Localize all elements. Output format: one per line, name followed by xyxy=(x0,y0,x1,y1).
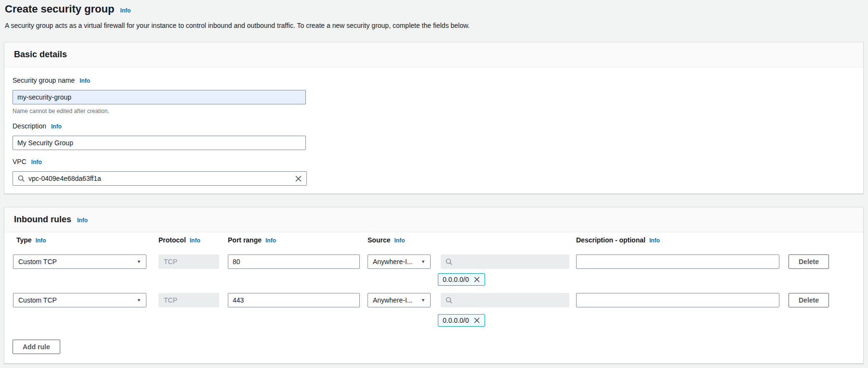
inbound-rules-title: Inbound rules xyxy=(14,215,71,225)
create-security-group-page: Create security group Info A security gr… xyxy=(0,0,868,368)
source-search-box[interactable] xyxy=(441,254,569,269)
vpc-input[interactable] xyxy=(28,175,291,182)
page-title-info-link[interactable]: Info xyxy=(120,7,131,14)
chevron-down-icon: ▼ xyxy=(421,259,425,264)
source-search-input[interactable] xyxy=(456,296,565,305)
type-select[interactable]: Custom TCP ▼ xyxy=(13,254,146,269)
source-search-input[interactable] xyxy=(456,257,565,266)
delete-rule-button[interactable]: Delete xyxy=(789,293,829,307)
description-label: Description Info xyxy=(13,122,62,130)
port-range-input[interactable] xyxy=(228,254,360,269)
rule-description-input[interactable] xyxy=(576,254,779,269)
basic-details-title: Basic details xyxy=(14,50,67,60)
type-select-value: Custom TCP xyxy=(18,296,57,304)
source-info-link[interactable]: Info xyxy=(394,237,405,244)
column-header-source: Source Info xyxy=(368,236,405,244)
type-select-value: Custom TCP xyxy=(18,258,57,266)
chip-remove-icon[interactable] xyxy=(473,276,480,283)
source-type-select[interactable]: Anywhere-I... ▼ xyxy=(368,254,431,269)
description-optional-info-link[interactable]: Info xyxy=(649,237,660,244)
vpc-info-link[interactable]: Info xyxy=(31,159,42,165)
source-cidr-chip: 0.0.0.0/0 xyxy=(438,273,485,286)
column-header-description: Description - optional Info xyxy=(576,236,660,244)
description-info-link[interactable]: Info xyxy=(51,123,62,130)
search-icon xyxy=(17,175,25,182)
chevron-down-icon: ▼ xyxy=(137,259,141,264)
vpc-select-field[interactable] xyxy=(13,171,307,186)
inbound-rules-info-link[interactable]: Info xyxy=(77,217,88,224)
column-header-type: Type Info xyxy=(16,236,46,244)
description-input[interactable] xyxy=(13,136,306,150)
page-description: A security group acts as a virtual firew… xyxy=(5,22,470,29)
column-header-port-range: Port range Info xyxy=(228,236,276,244)
inbound-rules-card: Inbound rules Info Type Info Protocol In… xyxy=(4,207,864,364)
source-cidr-value: 0.0.0.0/0 xyxy=(443,276,469,283)
chip-remove-icon[interactable] xyxy=(473,317,480,324)
source-type-select[interactable]: Anywhere-I... ▼ xyxy=(368,293,431,307)
security-group-name-helper: Name cannot be edited after creation. xyxy=(13,108,109,114)
source-type-value: Anywhere-I... xyxy=(373,296,412,304)
protocol-field: TCP xyxy=(158,254,219,269)
page-title: Create security group xyxy=(5,3,114,15)
add-rule-button[interactable]: Add rule xyxy=(13,340,60,354)
chevron-down-icon: ▼ xyxy=(137,298,141,303)
rule-description-input[interactable] xyxy=(576,293,779,307)
port-range-info-link[interactable]: Info xyxy=(265,237,276,244)
security-group-name-label: Security group name Info xyxy=(13,76,90,84)
search-icon xyxy=(445,258,453,266)
protocol-field: TCP xyxy=(158,293,219,307)
port-range-input[interactable] xyxy=(228,293,360,307)
inbound-rules-header: Inbound rules Info xyxy=(4,207,863,232)
vpc-clear-icon[interactable] xyxy=(295,175,302,182)
security-group-name-info-link[interactable]: Info xyxy=(79,77,90,84)
delete-rule-button[interactable]: Delete xyxy=(789,254,829,269)
protocol-info-link[interactable]: Info xyxy=(190,237,200,244)
chevron-down-icon: ▼ xyxy=(421,298,425,303)
search-icon xyxy=(445,296,453,304)
type-info-link[interactable]: Info xyxy=(36,237,46,244)
basic-details-header: Basic details xyxy=(4,42,863,67)
basic-details-card: Basic details Security group name Info N… xyxy=(4,42,864,194)
source-cidr-chip: 0.0.0.0/0 xyxy=(438,314,485,327)
column-header-protocol: Protocol Info xyxy=(158,236,200,244)
vpc-label: VPC Info xyxy=(13,158,42,165)
type-select[interactable]: Custom TCP ▼ xyxy=(13,293,146,307)
source-cidr-value: 0.0.0.0/0 xyxy=(443,317,469,324)
security-group-name-input[interactable] xyxy=(13,90,306,104)
source-type-value: Anywhere-I... xyxy=(373,258,412,266)
page-header: Create security group Info xyxy=(5,3,131,15)
source-search-box[interactable] xyxy=(441,293,569,307)
